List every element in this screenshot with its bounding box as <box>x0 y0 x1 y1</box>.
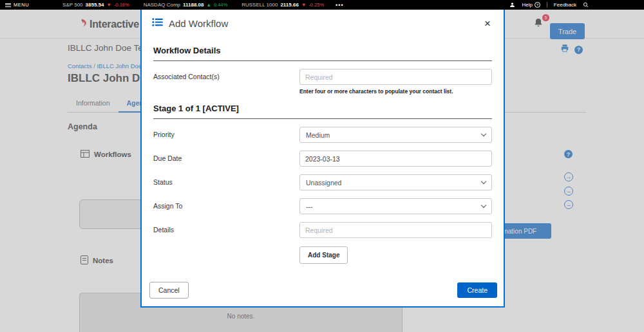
ticker-change: -0.16% <box>114 2 129 8</box>
associated-contacts-label: Associated Contact(s) <box>153 69 299 80</box>
ticker-value: 3855.54 <box>86 2 104 8</box>
ticker-nasdaq: NASDAQ Comp 11188.08 ▲ 0.44% <box>144 2 228 8</box>
hamburger-icon <box>5 2 11 8</box>
associated-contacts-input[interactable] <box>299 69 492 85</box>
add-stage-button[interactable]: Add Stage <box>299 246 348 264</box>
feedback-button[interactable]: Feedback <box>554 2 576 8</box>
chevron-down-icon <box>481 203 486 208</box>
ticker-russell: RUSSELL 1000 2115.66 ▼ -0.25% <box>242 2 324 8</box>
user-icon[interactable] <box>509 2 515 8</box>
associated-contacts-helper: Enter four or more characters to populat… <box>299 88 492 95</box>
chevron-down-icon <box>481 131 486 136</box>
search-icon[interactable] <box>583 2 589 8</box>
modal-footer: Cancel Create <box>142 282 504 306</box>
list-icon <box>152 17 163 29</box>
ticker-change: -0.25% <box>308 2 324 8</box>
assign-to-row: Assign To --- <box>153 198 492 214</box>
priority-label: Priority <box>153 127 299 138</box>
help-question-icon: ? <box>535 2 540 8</box>
associated-contacts-row: Associated Contact(s) Enter four or more… <box>153 69 492 95</box>
priority-row: Priority Medium <box>153 127 492 143</box>
ticker-change: 0.44% <box>214 2 227 8</box>
menu-button[interactable]: MENU <box>0 2 29 8</box>
close-icon[interactable]: × <box>482 17 493 30</box>
ticker-sp500: S&P 500 3855.54 ▼ -0.16% <box>62 2 129 8</box>
assign-to-label: Assign To <box>153 198 299 210</box>
workflow-details-heading: Workflow Details <box>153 46 492 55</box>
top-ticker-bar: MENU S&P 500 3855.54 ▼ -0.16% NASDAQ Com… <box>0 0 644 10</box>
ticker-arrow: ▼ <box>301 2 306 8</box>
menu-label: MENU <box>14 2 29 8</box>
add-workflow-modal: Add Workflow × Workflow Details Associat… <box>140 8 505 308</box>
modal-title: Add Workflow <box>169 18 228 29</box>
ticker-more-button[interactable]: ••• <box>336 2 343 8</box>
details-label: Details <box>153 222 299 234</box>
status-value: Unassigned <box>306 179 341 187</box>
ticker-value: 2115.66 <box>280 2 298 8</box>
details-input[interactable] <box>299 222 492 238</box>
topbar-divider <box>547 2 547 8</box>
create-button[interactable]: Create <box>457 282 497 298</box>
ticker-arrow: ▲ <box>207 2 211 8</box>
chevron-down-icon <box>481 179 486 184</box>
ticker-strip: S&P 500 3855.54 ▼ -0.16% NASDAQ Comp 111… <box>62 2 324 8</box>
section-divider <box>153 60 492 61</box>
stage-heading: Stage 1 of 1 [ACTIVE] <box>153 104 492 113</box>
assign-to-select[interactable]: --- <box>299 198 492 214</box>
due-date-row: Due Date <box>153 151 492 167</box>
modal-body: Workflow Details Associated Contact(s) E… <box>142 46 504 264</box>
ticker-name: RUSSELL 1000 <box>242 2 278 8</box>
due-date-label: Due Date <box>153 151 299 162</box>
ticker-name: S&P 500 <box>62 2 82 8</box>
assign-to-value: --- <box>306 203 313 210</box>
status-label: Status <box>153 174 299 186</box>
ticker-name: NASDAQ Comp <box>144 2 180 8</box>
ticker-arrow: ▼ <box>106 2 111 8</box>
status-row: Status Unassigned <box>153 174 492 190</box>
section-divider <box>153 118 492 119</box>
topbar-right-group: Help ? Feedback <box>509 2 644 8</box>
priority-select[interactable]: Medium <box>299 127 492 143</box>
due-date-input[interactable] <box>299 151 492 167</box>
details-row: Details <box>153 222 492 238</box>
add-stage-row: Add Stage <box>153 246 492 264</box>
help-button[interactable]: Help ? <box>522 2 540 8</box>
status-select[interactable]: Unassigned <box>299 174 492 190</box>
ticker-value: 11188.08 <box>183 2 204 8</box>
add-stage-spacer <box>153 246 299 250</box>
priority-value: Medium <box>306 131 330 139</box>
cancel-button[interactable]: Cancel <box>149 282 189 299</box>
help-label: Help <box>522 2 532 8</box>
modal-header: Add Workflow × <box>142 10 504 37</box>
